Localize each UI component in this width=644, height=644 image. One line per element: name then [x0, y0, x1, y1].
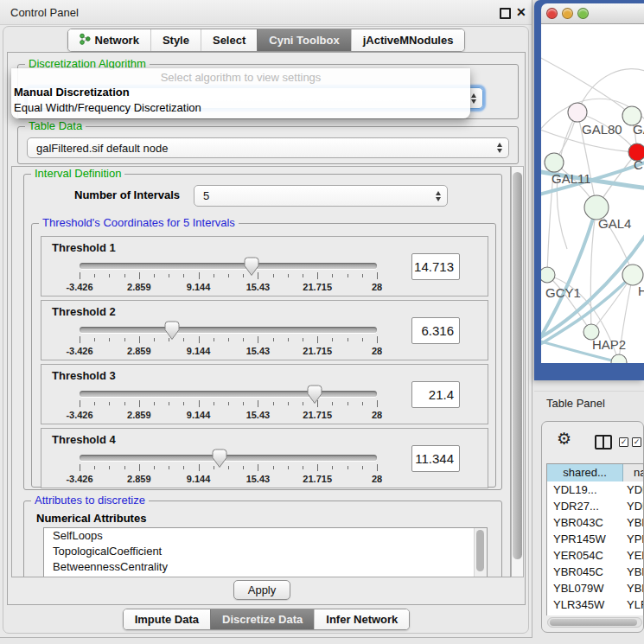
network-node-node-right-mid[interactable]	[622, 265, 643, 285]
close-icon[interactable]: ✕	[516, 5, 526, 19]
cell-shared-name[interactable]: YER054C	[547, 547, 623, 564]
cell-name[interactable]: YBR043C	[623, 514, 643, 531]
threshold-value-field[interactable]: 14.713	[411, 253, 460, 280]
node-label-gcy1: GCY1	[545, 285, 581, 300]
column-header-shared-name[interactable]: shared...	[547, 464, 623, 481]
network-node-node-bottom[interactable]	[611, 354, 627, 363]
table-row[interactable]: YER054CYER054C	[547, 547, 643, 564]
table-horizontal-scrollbar[interactable]	[547, 617, 642, 628]
table-row[interactable]: YLR345WYLR345W	[547, 596, 643, 613]
threshold-slider[interactable]: -3.4262.8599.14415.4321.71528	[80, 327, 377, 358]
cell-shared-name[interactable]: YBR045C	[547, 564, 623, 580]
threshold-value-field[interactable]: 21.4	[411, 381, 460, 408]
cell-name[interactable]: YPR145W	[623, 531, 643, 547]
slider-track[interactable]	[80, 327, 377, 333]
network-node-gal11[interactable]	[545, 153, 564, 172]
network-canvas[interactable]: GAL80GACGAL11GAL4GCY1HAHAP2	[541, 24, 644, 363]
slider-thumb[interactable]	[306, 385, 322, 405]
tab-discretize-data[interactable]: Discretize Data	[210, 609, 314, 629]
scrollbar-thumb[interactable]	[513, 172, 522, 559]
minimize-traffic-light-icon[interactable]	[562, 8, 573, 19]
threshold-slider[interactable]: -3.4262.8599.14415.4321.71528	[80, 263, 377, 294]
close-traffic-light-icon[interactable]	[546, 8, 558, 19]
attributes-scrollbar[interactable]	[474, 528, 487, 577]
slider-track[interactable]	[80, 391, 377, 397]
cell-shared-name[interactable]: YIL052C	[547, 613, 623, 615]
apply-button[interactable]: Apply	[233, 580, 290, 600]
cell-shared-name[interactable]: YDL19...	[547, 481, 623, 498]
popup-option-manual-discretization[interactable]: Manual Discretization	[14, 86, 130, 99]
tab-infer-network[interactable]: Infer Network	[314, 609, 409, 629]
list-item-betweennesscentrality[interactable]: BetweennessCentrality	[44, 559, 487, 575]
node-label-hap2: HAP2	[592, 337, 626, 352]
cell-name[interactable]: YER054C	[623, 547, 643, 564]
settings-vertical-scrollbar[interactable]	[511, 166, 524, 577]
threshold-value-field[interactable]: 6.316	[411, 317, 460, 344]
float-window-icon[interactable]	[500, 8, 511, 19]
slider-thumb[interactable]	[243, 257, 259, 277]
cell-shared-name[interactable]: YBR043C	[547, 514, 623, 531]
checkbox-icon[interactable]: ✓	[632, 437, 641, 447]
num-intervals-value: 5	[203, 189, 209, 202]
tab-cyni-toolbox[interactable]: Cyni Toolbox	[257, 29, 350, 51]
column-header-name[interactable]: name	[623, 464, 643, 481]
tab-jactivemnodules[interactable]: jActiveMNodules	[351, 29, 465, 51]
cell-name[interactable]: YBR045C	[623, 564, 643, 580]
slider-thumb[interactable]	[211, 449, 227, 469]
divider	[534, 391, 644, 392]
group-title: Attributes to discretize	[31, 494, 149, 507]
tab-style[interactable]: Style	[150, 29, 201, 51]
cell-shared-name[interactable]: YLR345W	[547, 596, 623, 613]
table-row[interactable]: YDL19...YDL19...	[547, 481, 643, 498]
cell-name[interactable]: YBL079W	[623, 580, 643, 596]
threshold-value-field[interactable]: 11.344	[411, 445, 460, 472]
threshold-slider[interactable]: -3.4262.8599.14415.4321.71528	[80, 455, 377, 486]
tab-select[interactable]: Select	[201, 29, 257, 51]
top-tabs: NetworkStyleSelectCyni ToolboxjActiveMNo…	[67, 29, 466, 52]
split-columns-icon[interactable]	[595, 435, 612, 450]
cell-shared-name[interactable]: YPR145W	[547, 531, 623, 547]
slider-tick-labels: -3.4262.8599.14415.4321.71528	[80, 346, 377, 357]
scrollbar-thumb[interactable]	[476, 530, 484, 571]
tab-label: Cyni Toolbox	[269, 34, 339, 47]
table-row[interactable]: YBR043CYBR043C	[547, 514, 643, 531]
cell-name[interactable]: YDL19...	[623, 481, 643, 498]
network-node-gal80[interactable]	[568, 103, 587, 122]
cell-name[interactable]: YDR27...	[623, 498, 643, 514]
scrollbar-thumb[interactable]	[550, 619, 637, 626]
tab-network[interactable]: Network	[68, 29, 150, 51]
table-data-group: Table Data galFiltered.sif default node	[17, 126, 519, 164]
slider-thumb[interactable]	[163, 321, 180, 341]
cell-name[interactable]: YLR345W	[623, 596, 643, 613]
popup-option-equal-width-frequency-discretization[interactable]: Equal Width/Frequency Discretization	[14, 101, 201, 114]
network-view-window: GAL80GACGAL11GAL4GCY1HAHAP2	[534, 0, 644, 380]
table-row[interactable]: YIL052CYIL052C	[547, 613, 643, 615]
tab-label: Network	[95, 34, 139, 47]
cell-name[interactable]: YIL052C	[623, 613, 643, 615]
list-item-selfloops[interactable]: SelfLoops	[44, 528, 487, 544]
zoom-traffic-light-icon[interactable]	[577, 8, 589, 19]
control-panel-window: Control Panel ✕ NetworkStyleSelectCyni T…	[0, 0, 532, 638]
gear-icon[interactable]: ⚙	[557, 430, 571, 447]
settings-scroll-area: Interval Definition Number of Intervals …	[11, 166, 511, 577]
attributes-list[interactable]: SelfLoopsTopologicalCoefficientBetweenne…	[43, 527, 488, 577]
threshold-slider[interactable]: -3.4262.8599.14415.4321.71528	[80, 391, 377, 422]
slider-track[interactable]	[80, 455, 377, 461]
table-row[interactable]: YBR045CYBR045C	[547, 564, 643, 580]
thresholds-group: Threshold's Coordinates for 5 Intervals …	[31, 223, 496, 488]
slider-track[interactable]	[80, 263, 377, 269]
attributes-group: Attributes to discretize Numerical Attri…	[23, 501, 502, 577]
checkbox-icon[interactable]: ✓	[619, 437, 628, 447]
table-row[interactable]: YBL079WYBL079W	[547, 580, 643, 596]
num-intervals-combobox[interactable]: 5	[194, 185, 448, 207]
cell-shared-name[interactable]: YDR27...	[547, 498, 623, 514]
network-titlebar[interactable]	[541, 3, 644, 24]
panel-title: Control Panel	[10, 6, 79, 19]
table-row[interactable]: YPR145WYPR145W	[547, 531, 643, 547]
cell-shared-name[interactable]: YBL079W	[547, 580, 623, 596]
network-node-gcy1[interactable]	[541, 267, 555, 283]
list-item-topologicalcoefficient[interactable]: TopologicalCoefficient	[44, 544, 487, 559]
table-row[interactable]: YDR27...YDR27...	[547, 498, 643, 514]
tab-impute-data[interactable]: Impute Data	[124, 609, 210, 629]
table-data-combobox[interactable]: galFiltered.sif default node	[27, 137, 509, 158]
